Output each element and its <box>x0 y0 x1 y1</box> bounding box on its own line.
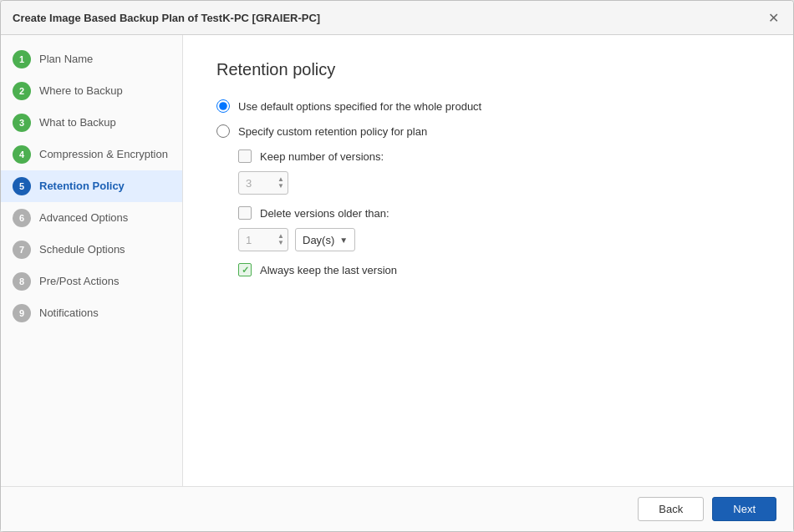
sidebar-item-label-5: Retention Policy <box>39 180 125 194</box>
dialog-title: Create Image Based Backup Plan of TestK-… <box>13 12 320 24</box>
delete-older-spinner[interactable]: 1 ▲ ▼ <box>238 228 288 251</box>
delete-older-value: 1 <box>246 234 252 246</box>
dialog-footer: Back Next <box>1 486 793 531</box>
sidebar-item-what-to-backup[interactable]: 3 What to Backup <box>1 107 182 139</box>
step-circle-6: 6 <box>13 209 31 227</box>
step-circle-9: 9 <box>13 304 31 322</box>
dialog-body: 1 Plan Name 2 Where to Backup 3 What to … <box>1 35 793 486</box>
always-keep-checkbox[interactable] <box>238 263 252 276</box>
days-option-label: Day(s) <box>303 234 334 246</box>
keep-versions-row: Keep number of versions: <box>238 149 760 163</box>
keep-versions-section: Keep number of versions: 3 ▲ ▼ <box>238 149 760 195</box>
keep-versions-down-arrow[interactable]: ▼ <box>277 183 284 190</box>
main-content: Retention policy Use default options spe… <box>183 35 793 486</box>
step-circle-7: 7 <box>13 241 31 259</box>
dialog: Create Image Based Backup Plan of TestK-… <box>0 0 794 532</box>
sidebar-item-plan-name[interactable]: 1 Plan Name <box>1 43 182 75</box>
days-dropdown[interactable]: Day(s) ▼ <box>295 228 355 251</box>
sidebar-item-compression-encryption[interactable]: 4 Compression & Encryption <box>1 139 182 170</box>
sidebar-item-label-8: Pre/Post Actions <box>39 275 119 289</box>
sidebar-item-label-2: Where to Backup <box>39 84 123 99</box>
delete-older-checkbox[interactable] <box>238 206 252 220</box>
dropdown-arrow-icon: ▼ <box>339 236 348 245</box>
section-title: Retention policy <box>216 60 760 79</box>
delete-older-row: Delete versions older than: <box>238 206 760 220</box>
sidebar-item-pre-post-actions[interactable]: 8 Pre/Post Actions <box>1 266 182 297</box>
sidebar-item-label-6: Advanced Options <box>39 211 128 225</box>
delete-older-section: Delete versions older than: 1 ▲ ▼ Day(s)… <box>238 206 760 251</box>
next-button[interactable]: Next <box>712 497 776 521</box>
radio-option1-row: Use default options specified for the wh… <box>216 99 760 113</box>
delete-older-down-arrow[interactable]: ▼ <box>277 240 284 246</box>
step-circle-3: 3 <box>13 114 31 132</box>
always-keep-label: Always keep the last version <box>260 264 397 276</box>
keep-versions-arrows: ▲ ▼ <box>277 176 284 190</box>
delete-older-controls: 1 ▲ ▼ Day(s) ▼ <box>238 228 760 251</box>
sidebar-item-where-to-backup[interactable]: 2 Where to Backup <box>1 75 182 107</box>
always-keep-row: Always keep the last version <box>238 263 760 276</box>
keep-versions-checkbox[interactable] <box>238 149 252 163</box>
sidebar-item-label-3: What to Backup <box>39 116 116 130</box>
keep-versions-value: 3 <box>246 177 252 190</box>
sidebar-item-notifications[interactable]: 9 Notifications <box>1 297 182 329</box>
title-bar: Create Image Based Backup Plan of TestK-… <box>1 1 793 35</box>
step-circle-1: 1 <box>13 50 31 68</box>
keep-versions-spinner[interactable]: 3 ▲ ▼ <box>238 171 288 195</box>
sidebar-item-label-1: Plan Name <box>39 53 93 67</box>
close-button[interactable]: ✕ <box>765 9 781 26</box>
sidebar-item-advanced-options[interactable]: 6 Advanced Options <box>1 202 182 234</box>
sidebar-item-retention-policy[interactable]: 5 Retention Policy <box>1 170 182 202</box>
delete-older-arrows: ▲ ▼ <box>277 233 284 246</box>
step-circle-2: 2 <box>13 82 31 100</box>
step-circle-5: 5 <box>13 177 31 195</box>
radio-option2-row: Specify custom retention policy for plan <box>216 124 760 138</box>
keep-versions-label: Keep number of versions: <box>260 150 384 163</box>
radio-specify-custom[interactable] <box>216 124 230 138</box>
sidebar: 1 Plan Name 2 Where to Backup 3 What to … <box>1 35 183 486</box>
sidebar-item-label-4: Compression & Encryption <box>39 148 168 162</box>
step-circle-4: 4 <box>13 145 31 164</box>
radio-option2-label: Specify custom retention policy for plan <box>238 125 427 138</box>
step-circle-8: 8 <box>13 272 31 291</box>
delete-older-label: Delete versions older than: <box>260 207 389 220</box>
sidebar-item-schedule-options[interactable]: 7 Schedule Options <box>1 234 182 266</box>
radio-use-default[interactable] <box>216 99 230 113</box>
back-button[interactable]: Back <box>638 497 704 521</box>
sidebar-item-label-7: Schedule Options <box>39 243 125 257</box>
radio-option1-label: Use default options specified for the wh… <box>238 100 481 113</box>
sidebar-item-label-9: Notifications <box>39 307 99 321</box>
